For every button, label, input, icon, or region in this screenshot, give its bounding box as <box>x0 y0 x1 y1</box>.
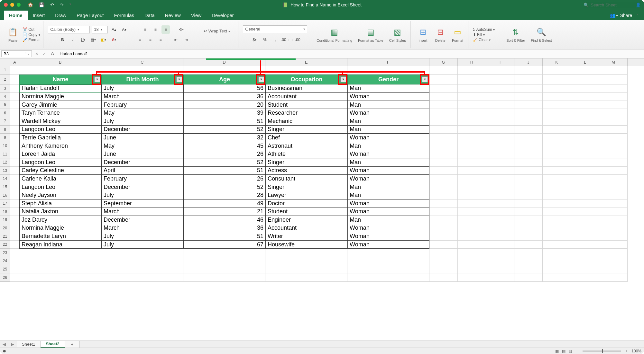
table-cell[interactable]: Man <box>347 191 429 199</box>
increase-font-button[interactable]: A▴ <box>110 25 118 34</box>
table-cell[interactable]: Singer <box>265 126 347 134</box>
copy-button[interactable]: 📄 Copy ▾ <box>23 32 41 37</box>
cell[interactable] <box>19 66 101 75</box>
formula-input[interactable]: Harlan Landolf <box>58 51 87 56</box>
cell[interactable] <box>514 191 543 199</box>
cell[interactable] <box>429 66 458 75</box>
table-cell[interactable]: Man <box>347 216 429 224</box>
cell[interactable] <box>599 134 628 142</box>
table-cell[interactable]: Woman <box>347 109 429 117</box>
table-cell[interactable]: Doctor <box>265 199 347 208</box>
increase-indent-button[interactable]: ⇥ <box>182 36 190 44</box>
cell[interactable] <box>19 257 101 265</box>
cell[interactable] <box>543 142 571 150</box>
cell[interactable] <box>514 249 543 257</box>
table-cell[interactable]: March <box>101 208 183 216</box>
table-cell[interactable]: 36 <box>183 224 265 233</box>
row-header[interactable]: 8 <box>0 126 10 134</box>
table-header[interactable]: Age▼ <box>183 75 265 84</box>
cut-button[interactable]: ✂️ Cut <box>23 27 41 32</box>
cell[interactable] <box>486 117 514 126</box>
table-cell[interactable]: 52 <box>183 183 265 191</box>
cell[interactable] <box>599 191 628 199</box>
cell[interactable] <box>571 224 599 233</box>
sort-filter-button[interactable]: ⇅Sort & Filter <box>504 25 527 44</box>
table-cell[interactable]: February <box>101 175 183 183</box>
font-size-select[interactable]: 18▾ <box>92 26 108 33</box>
cell[interactable] <box>514 273 543 282</box>
cell[interactable] <box>429 167 458 175</box>
enter-formula-icon[interactable]: ✓ <box>41 51 48 56</box>
table-cell[interactable]: Singer <box>265 158 347 167</box>
qat-more-icon[interactable]: ▾ <box>69 2 71 7</box>
table-cell[interactable]: July <box>101 191 183 199</box>
table-cell[interactable]: Normina Maggie <box>19 93 101 101</box>
cell[interactable] <box>486 142 514 150</box>
align-top-button[interactable]: ≡ <box>141 25 149 34</box>
add-sheet-button[interactable]: ＋ <box>65 341 80 348</box>
align-left-button[interactable]: ≡ <box>136 36 144 44</box>
cell[interactable] <box>265 265 347 274</box>
currency-button[interactable]: $▾ <box>250 36 259 44</box>
cell[interactable] <box>429 241 458 249</box>
cell[interactable] <box>571 158 599 167</box>
cell[interactable] <box>486 134 514 142</box>
cell[interactable] <box>458 158 486 167</box>
wrap-text-button[interactable]: ↩︎ Wrap Text ▾ <box>204 29 230 33</box>
cell[interactable] <box>429 183 458 191</box>
cell[interactable] <box>10 126 19 134</box>
fill-button[interactable]: ⬇ Fill ▾ <box>473 32 495 37</box>
insert-cells-button[interactable]: ⊞Insert <box>415 25 431 44</box>
cell[interactable] <box>10 93 19 101</box>
cell[interactable] <box>599 117 628 126</box>
redo-icon[interactable]: ↷ <box>60 2 64 7</box>
cell[interactable] <box>514 66 543 75</box>
cell[interactable] <box>486 183 514 191</box>
cell[interactable] <box>429 199 458 208</box>
table-cell[interactable]: June <box>101 134 183 142</box>
cell[interactable] <box>429 273 458 282</box>
cell[interactable] <box>10 167 19 175</box>
cell[interactable] <box>265 257 347 265</box>
table-cell[interactable]: March <box>101 224 183 233</box>
cell[interactable] <box>571 199 599 208</box>
table-cell[interactable]: Businessman <box>265 84 347 93</box>
row-header[interactable]: 26 <box>0 273 10 282</box>
macro-record-icon[interactable]: ⏺ <box>3 349 6 353</box>
table-cell[interactable]: Man <box>347 142 429 150</box>
cell[interactable] <box>458 199 486 208</box>
tab-data[interactable]: Data <box>139 11 160 20</box>
row-header[interactable]: 20 <box>0 224 10 233</box>
cell[interactable] <box>429 134 458 142</box>
cell[interactable] <box>599 249 628 257</box>
cell-styles-button[interactable]: ▧Cell Styles <box>387 25 408 44</box>
table-cell[interactable]: July <box>101 241 183 249</box>
cell[interactable] <box>543 208 571 216</box>
cell[interactable] <box>101 66 183 75</box>
cell[interactable] <box>458 249 486 257</box>
cell[interactable] <box>458 175 486 183</box>
cell[interactable] <box>514 232 543 241</box>
cell[interactable] <box>429 150 458 158</box>
cell[interactable] <box>514 101 543 109</box>
cell[interactable] <box>101 273 183 282</box>
cell[interactable] <box>514 134 543 142</box>
cell[interactable] <box>571 265 599 274</box>
table-cell[interactable]: Man <box>347 183 429 191</box>
table-cell[interactable]: Man <box>347 126 429 134</box>
row-header[interactable]: 11 <box>0 150 10 158</box>
table-cell[interactable]: 39 <box>183 109 265 117</box>
row-header[interactable]: 1 <box>0 66 10 75</box>
cell[interactable] <box>101 265 183 274</box>
cell[interactable] <box>347 249 429 257</box>
cell[interactable] <box>571 109 599 117</box>
increase-decimal-button[interactable]: .00→ <box>281 36 290 44</box>
table-cell[interactable]: December <box>101 158 183 167</box>
cell[interactable] <box>543 273 571 282</box>
cell[interactable] <box>571 150 599 158</box>
cell[interactable] <box>514 150 543 158</box>
table-cell[interactable]: March <box>101 93 183 101</box>
cell[interactable] <box>429 249 458 257</box>
table-cell[interactable]: Woman <box>347 224 429 233</box>
cell[interactable] <box>514 158 543 167</box>
